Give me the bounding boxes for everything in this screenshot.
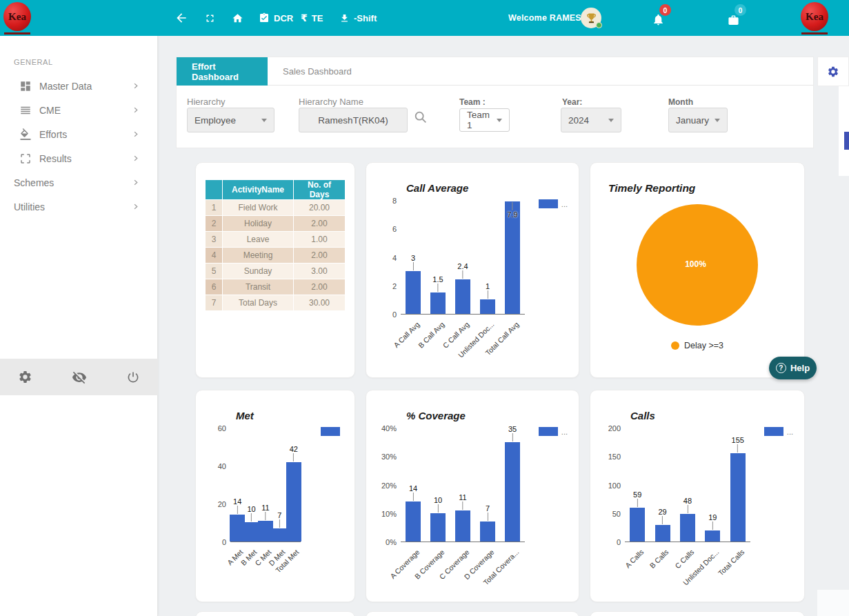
bar[interactable] — [244, 522, 259, 542]
y-axis-tick: 0 — [222, 538, 226, 546]
y-axis: 050100150200 — [600, 428, 625, 542]
year-select[interactable]: 2024 — [561, 108, 621, 132]
table-cell: Field Work — [223, 200, 293, 215]
table-row: 4Meeting2.00 — [206, 248, 345, 263]
bar[interactable] — [258, 521, 273, 542]
dashboard-top-panel: Effort Dashboard Sales Dashboard Hierarc… — [176, 57, 814, 148]
tab-sales-dashboard[interactable]: Sales Dashboard — [268, 57, 367, 86]
partial-card — [195, 611, 355, 616]
documents-button[interactable]: 0 — [726, 10, 744, 28]
back-button[interactable] — [174, 0, 188, 36]
fullscreen-button[interactable] — [204, 0, 216, 36]
table-row: 1Field Work20.00 — [206, 200, 345, 215]
table-cell: 3.00 — [294, 264, 345, 279]
home-button[interactable] — [232, 0, 243, 36]
chart-title: Call Average — [406, 182, 579, 194]
bar[interactable] — [455, 510, 470, 542]
bar[interactable] — [406, 501, 421, 542]
activity-table-header-index — [206, 180, 222, 199]
scan-icon — [19, 152, 32, 165]
te-nav-button[interactable]: ₹ TE — [301, 0, 323, 36]
trophy-icon — [586, 12, 597, 24]
bar[interactable] — [430, 292, 446, 314]
dcr-nav-button[interactable]: DCR — [259, 0, 293, 36]
brand-logo-underline — [4, 32, 30, 34]
bar[interactable] — [480, 299, 495, 314]
sidebar-item-results[interactable]: Results — [0, 146, 157, 170]
bar-slot: 3A Call Avg — [401, 201, 426, 314]
table-cell: 30.00 — [294, 295, 345, 310]
x-axis-label: A Call Avg — [392, 320, 421, 349]
bar[interactable] — [272, 528, 287, 542]
hierarchy-name-input[interactable]: RameshT(RK04) — [299, 108, 408, 132]
bar[interactable] — [230, 515, 245, 542]
bar-slot: 14A Coverage — [401, 428, 426, 542]
bar-slot: 10B Coverage — [426, 428, 450, 542]
legend-swatch — [321, 427, 340, 436]
bar[interactable] — [630, 508, 645, 542]
bar[interactable] — [680, 514, 695, 542]
bar[interactable] — [286, 462, 301, 542]
y-axis-tick: 0 — [392, 310, 397, 319]
table-cell: Sunday — [223, 264, 293, 279]
chart-legend: Delay >=3 — [590, 341, 804, 350]
te-label: TE — [312, 13, 323, 23]
table-cell: 5 — [206, 264, 222, 279]
bar[interactable] — [705, 530, 720, 542]
y-axis-tick: 60 — [218, 424, 226, 433]
y-axis-tick: 20% — [381, 481, 397, 490]
bar[interactable] — [730, 453, 746, 542]
table-cell: 2.00 — [294, 279, 345, 295]
sidebar: GENERAL Master DataCMEEffortsResultsSche… — [0, 36, 158, 616]
calls-chart-card: Calls05010015020059A Calls29B Calls48C C… — [590, 390, 805, 602]
eye-off-icon[interactable] — [72, 370, 87, 385]
tab-effort-dashboard[interactable]: Effort Dashboard — [177, 57, 268, 86]
table-row: 3Leave1.00 — [206, 232, 345, 247]
plot-area: 14A Met10B Met11C Met7D Met42Total Met — [230, 428, 301, 542]
help-label: Help — [790, 363, 810, 373]
help-button[interactable]: ? Help — [769, 357, 817, 379]
sidebar-item-efforts[interactable]: Efforts — [0, 122, 157, 146]
bar[interactable] — [406, 271, 421, 314]
month-select[interactable]: January — [668, 108, 728, 132]
fullscreen-icon — [204, 12, 216, 24]
bar[interactable] — [455, 279, 470, 314]
chevron-down-icon — [715, 119, 720, 122]
y-axis-tick: 6 — [392, 225, 397, 233]
shift-nav-button[interactable]: -Shift — [339, 0, 377, 36]
briefcase-icon — [728, 14, 739, 26]
hierarchy-select[interactable]: Employee — [187, 108, 274, 132]
sidebar-item-master-data[interactable]: Master Data — [0, 74, 157, 98]
hierarchy-name-value: RameshT(RK04) — [318, 115, 388, 126]
settings-gear-icon[interactable] — [18, 370, 32, 384]
hierarchy-search-button[interactable] — [413, 110, 430, 126]
bar[interactable] — [430, 513, 446, 542]
chevron-down-icon — [497, 119, 502, 122]
rupee-icon: ₹ — [301, 12, 308, 23]
sidebar-item-schemes[interactable]: Schemes — [0, 170, 157, 195]
chevron-down-icon — [261, 119, 267, 122]
bar[interactable] — [655, 525, 670, 542]
sidebar-item-utilities[interactable]: Utilities — [0, 195, 157, 219]
legend-swatch — [539, 199, 558, 208]
table-cell: Total Days — [223, 295, 293, 310]
question-mark-icon: ? — [776, 363, 786, 373]
brand-logo-oval: Kea — [801, 2, 828, 31]
chart-area: 020406014A Met10B Met11C Met7D Met42Tota… — [206, 428, 345, 542]
legend-swatch — [764, 427, 783, 436]
bar[interactable] — [480, 521, 495, 542]
table-cell: 7 — [206, 295, 222, 310]
chevron-right-icon — [132, 106, 139, 114]
team-select[interactable]: Team 1 — [459, 108, 510, 132]
notifications-button[interactable]: 0 — [651, 10, 669, 28]
pie-slice[interactable]: 100% — [637, 204, 758, 326]
bar-slot: 155Total Calls — [726, 428, 750, 542]
bar[interactable] — [505, 442, 520, 542]
page-settings-button[interactable] — [817, 57, 849, 86]
user-avatar[interactable] — [581, 8, 601, 28]
table-row: 6Transit2.00 — [206, 279, 345, 295]
sidebar-item-cme[interactable]: CME — [0, 98, 157, 122]
chart-area: 0%10%20%30%40%14A Coverage10B Coverage11… — [376, 428, 569, 542]
power-icon[interactable] — [126, 370, 140, 384]
bar-annotation: 7.9 — [507, 202, 517, 219]
